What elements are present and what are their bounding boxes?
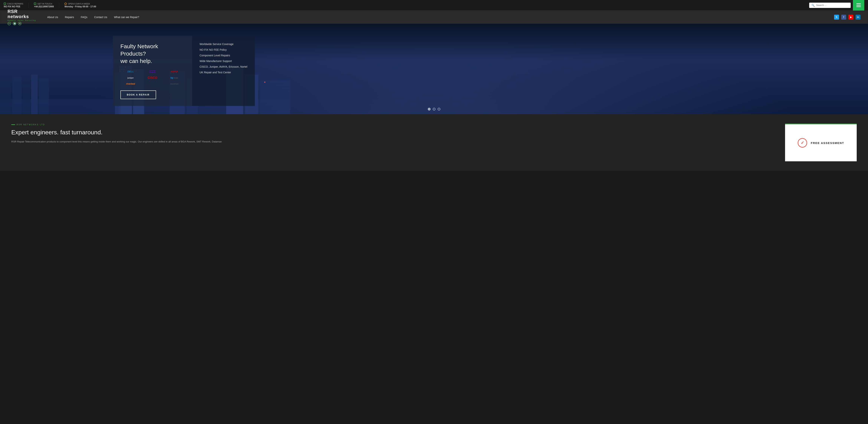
top-bar-items: cisco repairs NO FIX NO FEE get in touch… bbox=[4, 3, 809, 8]
logo-icon-3: ♻ bbox=[18, 22, 22, 25]
top-bar-cisco: cisco repairs NO FIX NO FEE bbox=[4, 3, 29, 8]
logo-networks: networks bbox=[7, 14, 36, 19]
hero-right-panel: Worldwide Service Coverage NO FIX NO FEE… bbox=[192, 36, 255, 106]
section-headline: Expert engineers. fast turnaround. bbox=[11, 129, 774, 136]
phone-label: get in touch bbox=[34, 3, 54, 5]
hero-dot-2[interactable] bbox=[433, 108, 435, 110]
nav-what-can-we-repair[interactable]: What can we Repair? bbox=[114, 15, 139, 19]
clock-icon bbox=[64, 3, 67, 5]
cisco-label: cisco repairs bbox=[4, 3, 23, 5]
youtube-icon[interactable]: ▶ bbox=[848, 15, 853, 20]
top-bar-hours: open 5 days a week Monday - Friday 09:00… bbox=[64, 3, 101, 8]
hero-dot-3[interactable] bbox=[438, 108, 440, 110]
section-body: RSR Repair Telecommunication products to… bbox=[11, 140, 774, 144]
below-hero-section: RSR NETWORKS LTD Expert engineers. fast … bbox=[0, 114, 868, 171]
top-bar: cisco repairs NO FIX NO FEE get in touch… bbox=[0, 0, 868, 10]
social-icons: 𝕏 f ▶ in bbox=[834, 15, 861, 20]
brand-hp-3com: hp3com bbox=[164, 76, 185, 80]
free-assessment-label: FREE ASSESSMENT bbox=[811, 141, 844, 144]
hamburger-button[interactable] bbox=[853, 0, 864, 10]
repair-icon bbox=[4, 3, 6, 5]
facebook-icon[interactable]: f bbox=[841, 15, 846, 20]
brand-cisco: CISCO bbox=[142, 75, 163, 80]
brand-juniper: juniper bbox=[120, 76, 141, 80]
hamburger-line-1 bbox=[856, 3, 861, 4]
hamburger-line-2 bbox=[856, 5, 861, 5]
brand-logos: DELL extremenetworks AVAYA juniper CISCO… bbox=[120, 69, 185, 86]
top-bar-phone: get in touch +44 (0)1189872908 bbox=[34, 3, 59, 8]
search-input[interactable] bbox=[816, 4, 848, 7]
nav-contact-us[interactable]: Contact Us bbox=[94, 15, 107, 19]
nav-repairs[interactable]: Repairs bbox=[65, 15, 74, 19]
hero-content: Faulty Network Products? we can help. DE… bbox=[113, 36, 255, 106]
phone-value: +44 (0)1189872908 bbox=[34, 5, 54, 8]
phone-icon bbox=[34, 3, 36, 5]
logo-sub: Repairs Sales Recycling bbox=[7, 20, 36, 21]
hero-left-panel: Faulty Network Products? we can help. DE… bbox=[113, 36, 192, 106]
logo-rsr: RSR bbox=[7, 9, 36, 14]
hero-dots bbox=[428, 108, 440, 110]
search-icon: 🔍 bbox=[811, 4, 815, 7]
hero-dot-1[interactable] bbox=[428, 108, 431, 110]
book-repair-button[interactable]: BOOK A REPAIR bbox=[120, 91, 156, 99]
logo-icon-2: 💽 bbox=[13, 22, 16, 25]
brand-avaya: AVAYA bbox=[164, 69, 185, 74]
below-left: RSR NETWORKS LTD Expert engineers. fast … bbox=[11, 124, 774, 144]
free-assessment-icon bbox=[798, 138, 807, 148]
feature-brands: CISCO, Juniper, AVAYA, Ericsson, Nortel bbox=[199, 65, 247, 68]
brand-checkpoint: CheckPoint bbox=[164, 83, 185, 86]
hamburger-line-3 bbox=[856, 6, 861, 7]
hours-label: open 5 days a week bbox=[64, 3, 96, 5]
feature-worldwide: Worldwide Service Coverage bbox=[199, 42, 247, 45]
logo-icons: ✏ 💽 ♻ bbox=[7, 22, 36, 25]
cisco-value: NO FIX NO FEE bbox=[4, 5, 23, 8]
hours-value: Monday - Friday 09:00 - 17:00 bbox=[64, 5, 96, 8]
twitter-icon[interactable]: 𝕏 bbox=[834, 15, 839, 20]
nav-about-us[interactable]: About Us bbox=[47, 15, 58, 19]
nav-faqs[interactable]: FAQs bbox=[81, 15, 87, 19]
search-box[interactable]: 🔍 bbox=[809, 3, 851, 8]
linkedin-icon[interactable]: in bbox=[856, 15, 861, 20]
logo-icon-1: ✏ bbox=[7, 22, 11, 25]
top-bar-right: 🔍 bbox=[809, 0, 864, 10]
nav-links: About Us Repairs FAQs Contact Us What ca… bbox=[47, 15, 834, 19]
feature-no-fix: NO FIX NO FEE Policy bbox=[199, 48, 247, 51]
brand-extreme: extremenetworks bbox=[142, 69, 163, 74]
feature-uk: UK Repair and Test Center bbox=[199, 71, 247, 74]
hero-features-list: Worldwide Service Coverage NO FIX NO FEE… bbox=[199, 42, 247, 74]
nav-bar: RSR networks Repairs Sales Recycling ✏ 💽… bbox=[0, 10, 868, 24]
feature-component: Component Level Repairs bbox=[199, 54, 247, 57]
section-label: RSR NETWORKS LTD bbox=[11, 124, 774, 126]
logo-area: RSR networks Repairs Sales Recycling ✏ 💽… bbox=[7, 9, 36, 25]
hero-headline: Faulty Network Products? we can help. bbox=[120, 42, 185, 65]
free-assessment-card[interactable]: FREE ASSESSMENT bbox=[785, 124, 857, 161]
brand-riverbed: riverbed bbox=[120, 82, 141, 86]
brand-dell: DELL bbox=[120, 69, 141, 74]
hero-section: Faulty Network Products? we can help. DE… bbox=[0, 24, 868, 114]
feature-manufacturer: Wide Manufacturer Support bbox=[199, 60, 247, 63]
